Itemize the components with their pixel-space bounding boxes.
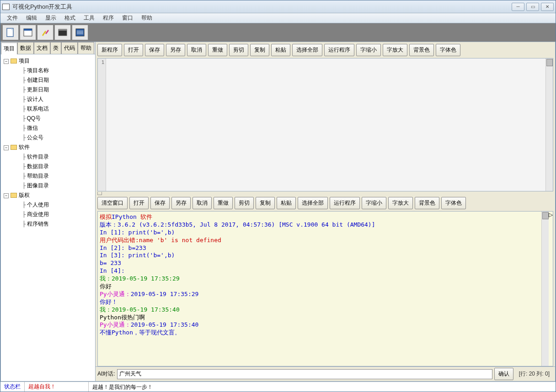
console-button[interactable]: 背景色 xyxy=(415,197,439,209)
left-tab-帮助[interactable]: 帮助 xyxy=(78,42,94,54)
editor-button[interactable]: 新程序 xyxy=(97,44,122,56)
tree-leaf[interactable]: ├更新日期 xyxy=(2,85,94,95)
editor-button[interactable]: 背景色 xyxy=(409,44,434,56)
tree-leaf[interactable]: ├公众号 xyxy=(2,133,94,143)
close-button[interactable]: ✕ xyxy=(541,3,554,11)
left-pane: 项目数据文档类代码帮助 −项目├项目名称├创建日期├更新日期├设计人├联系电话├… xyxy=(0,42,96,381)
tree-leaf[interactable]: ├设计人 xyxy=(2,95,94,104)
editor-scrollbar[interactable] xyxy=(545,58,553,191)
menu-格式[interactable]: 格式 xyxy=(61,13,79,23)
tree-leaf[interactable]: ├联系电话 xyxy=(2,104,94,114)
tree-leaf[interactable]: ├微信 xyxy=(2,123,94,133)
scrollbar-thumb[interactable] xyxy=(546,59,553,66)
editor-button[interactable]: 字放大 xyxy=(383,44,407,56)
menu-帮助[interactable]: 帮助 xyxy=(138,13,156,23)
status-label: 状态栏 xyxy=(0,382,25,392)
vertical-splitter[interactable] xyxy=(96,191,555,195)
tree-leaf[interactable]: ├创建日期 xyxy=(2,75,94,85)
console-button[interactable]: 清空窗口 xyxy=(97,197,128,209)
console-button[interactable]: 选择全部 xyxy=(298,197,328,209)
console-button[interactable]: 保存 xyxy=(150,197,170,209)
editor-button[interactable]: 粘贴 xyxy=(271,44,290,56)
ai-input[interactable] xyxy=(117,369,492,379)
left-tab-项目[interactable]: 项目 xyxy=(1,42,17,54)
tree-leaf[interactable]: ├帮助目录 xyxy=(2,171,94,181)
editor-button[interactable]: 取消 xyxy=(187,44,206,56)
tree-leaf[interactable]: ├程序销售 xyxy=(2,219,94,229)
console-line: Python很热门啊 xyxy=(100,314,540,322)
scrollbar-thumb[interactable] xyxy=(542,212,549,219)
console-line: 不懂Python，等于现代文盲。 xyxy=(100,329,540,337)
console-button[interactable]: 取消 xyxy=(192,197,212,209)
tools-icon[interactable] xyxy=(37,25,53,40)
console-line: 我：2019-05-19 17:35:29 xyxy=(100,275,540,283)
main-body: 项目数据文档类代码帮助 −项目├项目名称├创建日期├更新日期├设计人├联系电话├… xyxy=(0,42,556,381)
console-line: In [4]: xyxy=(100,267,540,275)
console-button[interactable]: 剪切 xyxy=(235,197,254,209)
menu-文件[interactable]: 文件 xyxy=(3,13,21,23)
editor-button[interactable]: 运行程序 xyxy=(324,44,354,56)
left-tab-类[interactable]: 类 xyxy=(50,42,61,54)
console-scrollbar[interactable] xyxy=(541,212,549,366)
collapse-icon[interactable]: − xyxy=(4,59,9,64)
console-panel: 模拟IPython 软件版本：3.6.2 (v3.6.2:5fd33b5, Ju… xyxy=(97,211,553,366)
status-message: 超越！是我们的每一步！ xyxy=(89,382,556,392)
tree-group[interactable]: −项目 xyxy=(2,56,94,66)
console-line: 你好 xyxy=(100,283,540,291)
panel-icon[interactable] xyxy=(54,25,71,40)
project-tree[interactable]: −项目├项目名称├创建日期├更新日期├设计人├联系电话├QQ号├微信├公众号−软… xyxy=(1,54,95,381)
new-file-icon[interactable] xyxy=(2,25,19,40)
folder-icon xyxy=(11,193,17,198)
collapse-icon[interactable]: − xyxy=(4,193,9,198)
menu-工具[interactable]: 工具 xyxy=(80,13,98,23)
ai-submit-button[interactable]: 确认 xyxy=(494,368,513,380)
console-button[interactable]: 运行程序 xyxy=(330,197,360,209)
console-button[interactable]: 字放大 xyxy=(388,197,413,209)
editor-button[interactable]: 复制 xyxy=(250,44,269,56)
menu-程序[interactable]: 程序 xyxy=(99,13,118,23)
maximize-button[interactable]: ▭ xyxy=(526,3,539,11)
console-line: In [3]: print('b=',b) xyxy=(100,252,540,260)
left-tab-代码[interactable]: 代码 xyxy=(61,42,78,54)
titlebar: 可视化Python开发工具 ─ ▭ ✕ xyxy=(0,0,556,13)
collapse-icon[interactable]: − xyxy=(4,145,9,150)
editor-button[interactable]: 重做 xyxy=(208,44,227,56)
left-tab-数据[interactable]: 数据 xyxy=(17,42,34,54)
tree-group[interactable]: −版权 xyxy=(2,191,94,200)
console-button[interactable]: 另存 xyxy=(171,197,191,209)
list-icon[interactable] xyxy=(72,25,88,40)
menu-窗口[interactable]: 窗口 xyxy=(118,13,137,23)
tree-group[interactable]: −软件 xyxy=(2,143,94,152)
tree-leaf[interactable]: ├软件目录 xyxy=(2,152,94,162)
editor-button[interactable]: 保存 xyxy=(145,44,164,56)
console-button[interactable]: 复制 xyxy=(256,197,275,209)
console-button[interactable]: 打开 xyxy=(129,197,149,209)
tree-leaf[interactable]: ├项目名称 xyxy=(2,66,94,75)
tree-leaf[interactable]: ├QQ号 xyxy=(2,114,94,123)
menu-显示[interactable]: 显示 xyxy=(42,13,60,23)
editor-button[interactable]: 打开 xyxy=(124,44,143,56)
main-toolbar xyxy=(0,23,556,42)
console-button[interactable]: 字体色 xyxy=(441,197,466,209)
tree-leaf[interactable]: ├图像目录 xyxy=(2,181,94,191)
editor-button[interactable]: 另存 xyxy=(166,44,185,56)
window-icon[interactable] xyxy=(20,25,36,40)
editor-toolbar: 新程序打开保存另存取消重做剪切复制粘贴选择全部运行程序字缩小字放大背景色字体色 xyxy=(96,42,555,58)
console-button[interactable]: 重做 xyxy=(214,197,233,209)
tree-leaf[interactable]: ├个人使用 xyxy=(2,200,94,210)
tree-leaf[interactable]: ├商业使用 xyxy=(2,210,94,219)
console-line: 我：2019-05-19 17:35:40 xyxy=(100,306,540,314)
console-button[interactable]: 字缩小 xyxy=(362,197,386,209)
editor-button[interactable]: 选择全部 xyxy=(292,44,322,56)
left-tab-文档[interactable]: 文档 xyxy=(34,42,50,54)
console-button[interactable]: 粘贴 xyxy=(277,197,296,209)
editor-button[interactable]: 字缩小 xyxy=(356,44,381,56)
menu-编辑[interactable]: 编辑 xyxy=(22,13,41,23)
editor-button[interactable]: 剪切 xyxy=(229,44,248,56)
tree-leaf[interactable]: ├数据目录 xyxy=(2,162,94,171)
editor-content[interactable] xyxy=(106,58,545,191)
code-editor[interactable]: 1 xyxy=(97,58,553,191)
minimize-button[interactable]: ─ xyxy=(512,3,524,11)
editor-button[interactable]: 字体色 xyxy=(436,44,460,56)
console-output[interactable]: 模拟IPython 软件版本：3.6.2 (v3.6.2:5fd33b5, Ju… xyxy=(98,212,541,366)
